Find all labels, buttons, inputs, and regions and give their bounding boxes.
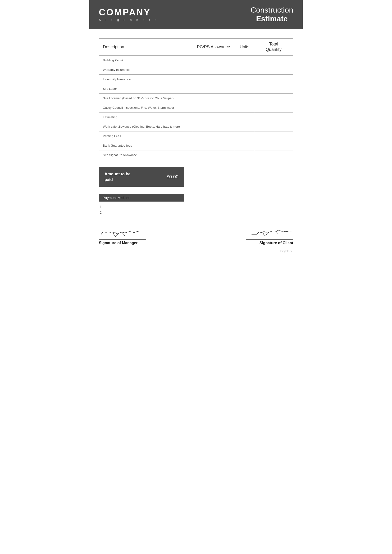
row-units [235,103,254,112]
amount-label: Amount to bepaid [105,171,162,183]
row-description: Warranty Insurance [99,65,192,74]
client-signature-label: Signature of Client [246,239,293,245]
table-row: Printing Fees [99,131,293,141]
row-allowance [192,141,235,150]
table-row: Site Foremen (Based on $175 p/a inc Cbus… [99,93,293,103]
row-description: Site Foremen (Based on $175 p/a inc Cbus… [99,93,192,103]
row-description: Work safe allowance (Clothing, Boots, Ha… [99,122,192,131]
row-allowance [192,84,235,93]
row-units [235,84,254,93]
col-header-quantity: TotalQuantity [254,39,293,56]
row-units [235,122,254,131]
col-header-units: Units [235,39,254,56]
row-description: Indemnity Insurance [99,74,192,84]
row-quantity [254,55,293,65]
row-description: Site Labor [99,84,192,93]
client-signature-block: Signature of Client [246,224,293,245]
row-description: Casey Council Inspections, Fire, Water, … [99,103,192,112]
table-row: Estimating [99,112,293,122]
amount-block: Amount to bepaid $0.00 [99,167,184,187]
payment-method-header: Payment Method: [99,194,184,201]
row-description: Printing Fees [99,131,192,141]
table-row: Warranty Insurance [99,65,293,74]
row-description: Bank Guarantee fees [99,141,192,150]
client-signature-image [251,224,293,238]
row-quantity [254,150,293,160]
row-allowance [192,103,235,112]
company-name: COMPANY [99,7,158,18]
table-row: Site Labor [99,84,293,93]
row-units [235,65,254,74]
row-allowance [192,74,235,84]
client-sig-svg [251,225,293,238]
doc-title-line2: Estimate [251,14,293,23]
doc-title-line1: Construction [251,6,293,14]
table-row: Casey Council Inspections, Fire, Water, … [99,103,293,112]
watermark: Template.net [89,250,303,252]
row-quantity [254,131,293,141]
row-units [235,93,254,103]
manager-signature-block: Signature of Manager [99,224,146,245]
payment-section: Payment Method: 1 2 [99,194,293,214]
row-units [235,112,254,122]
row-allowance [192,93,235,103]
row-units [235,150,254,160]
table-row: Indemnity Insurance [99,74,293,84]
row-quantity [254,141,293,150]
manager-sig-svg [99,225,141,238]
row-allowance [192,122,235,131]
row-units [235,131,254,141]
payment-item-1: 1 [99,205,293,209]
row-allowance [192,150,235,160]
row-quantity [254,74,293,84]
row-quantity [254,84,293,93]
company-slogan: S l o g a n h e r e [99,18,158,21]
estimate-table: Description PC/PS Allowance Units TotalQ… [99,38,293,160]
row-units [235,55,254,65]
row-quantity [254,93,293,103]
row-allowance [192,112,235,122]
row-quantity [254,65,293,74]
manager-signature-image [99,224,141,238]
row-allowance [192,131,235,141]
row-quantity [254,112,293,122]
row-description: Site Signature Allowance [99,150,192,160]
row-units [235,141,254,150]
table-row: Work safe allowance (Clothing, Boots, Ha… [99,122,293,131]
payment-item-2: 2 [99,211,293,214]
manager-signature-label: Signature of Manager [99,239,146,245]
col-header-description: Description [99,39,192,56]
document-title: Construction Estimate [251,6,293,23]
table-row: Building Permit [99,55,293,65]
col-header-allowance: PC/PS Allowance [192,39,235,56]
table-row: Site Signature Allowance [99,150,293,160]
amount-value: $0.00 [167,174,178,180]
row-quantity [254,122,293,131]
row-quantity [254,103,293,112]
row-description: Estimating [99,112,192,122]
page-header: COMPANY S l o g a n h e r e Construction… [89,0,303,29]
row-allowance [192,55,235,65]
company-block: COMPANY S l o g a n h e r e [99,7,158,21]
table-row: Bank Guarantee fees [99,141,293,150]
signatures-section: Signature of Manager Signature of Client [99,224,293,245]
row-units [235,74,254,84]
row-description: Building Permit [99,55,192,65]
row-allowance [192,65,235,74]
